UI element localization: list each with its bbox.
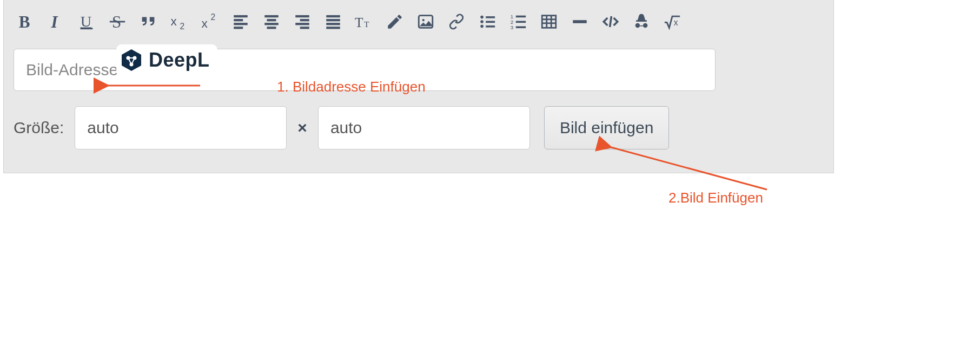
align-center-icon[interactable] [262,12,281,31]
minus-icon[interactable] [571,12,589,31]
svg-rect-41 [516,27,526,29]
italic-icon[interactable]: I [47,12,65,31]
bulleted-list-icon[interactable] [478,12,496,31]
anonymous-icon[interactable] [632,12,651,31]
code-icon[interactable] [601,12,620,31]
svg-text:B: B [19,12,30,31]
svg-text:3: 3 [511,24,514,30]
svg-rect-42 [542,16,556,28]
svg-point-31 [480,20,484,23]
svg-text:x: x [170,14,177,28]
svg-rect-34 [486,21,495,23]
annotation-step1: 1. Bildadresse Einfügen [277,79,426,95]
svg-text:I: I [51,12,58,31]
superscript-icon[interactable]: x2 [201,12,219,31]
table-icon[interactable] [540,12,558,31]
svg-point-30 [480,16,484,19]
subscript-icon[interactable]: x2 [170,12,188,31]
svg-rect-33 [486,16,495,18]
quote-icon[interactable] [139,12,157,31]
numbered-list-icon[interactable]: 123 [509,12,527,31]
link-icon[interactable] [447,12,466,31]
sqrt-icon[interactable]: x [663,12,681,31]
svg-text:x: x [674,18,678,27]
svg-rect-47 [573,20,587,23]
pencil-icon[interactable] [386,12,404,31]
annotation-step2: 2.Bild Einfügen [668,190,763,206]
underline-icon[interactable]: U [77,12,96,31]
svg-point-29 [422,19,425,21]
align-left-icon[interactable] [231,12,250,31]
size-label: Größe: [14,119,65,137]
svg-text:T: T [364,19,369,29]
deepl-label: DeepL [149,49,210,71]
strikethrough-icon[interactable]: S [108,12,127,31]
svg-text:U: U [81,13,91,30]
times-symbol: × [296,119,308,137]
insert-image-button[interactable]: Bild einfügen [544,106,669,149]
svg-rect-39 [516,16,526,18]
align-right-icon[interactable] [293,12,312,31]
svg-rect-35 [486,25,495,28]
image-insert-form: DeepL Größe: × Bild einfügen [4,43,833,161]
width-input[interactable] [75,106,287,149]
svg-text:2: 2 [210,12,215,22]
deepl-logo-icon [120,48,143,72]
toolbar: B I U S x2 x2 TT 123 x [4,0,833,43]
svg-text:T: T [355,15,363,30]
svg-marker-50 [122,49,141,71]
svg-rect-40 [516,21,526,23]
image-icon[interactable] [416,12,435,31]
align-justify-icon[interactable] [324,12,342,31]
svg-text:x: x [201,16,208,30]
svg-text:2: 2 [180,22,184,31]
text-size-icon[interactable]: TT [355,12,373,31]
svg-point-32 [480,25,484,28]
height-input[interactable] [318,106,530,149]
bold-icon[interactable]: B [16,12,34,31]
deepl-badge[interactable]: DeepL [116,44,217,76]
svg-line-48 [610,16,612,27]
